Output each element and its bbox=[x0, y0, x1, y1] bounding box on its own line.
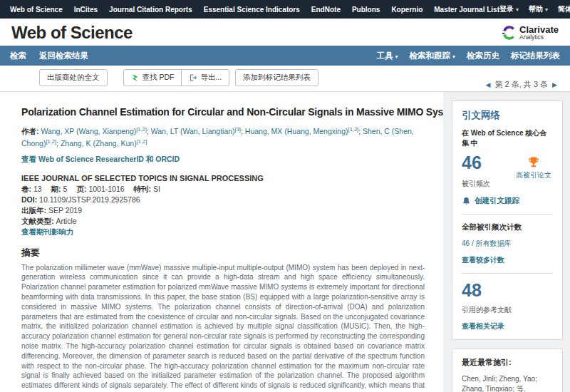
researcher-id-link[interactable]: 查看 Web of Science ResearcherID 和 ORCID bbox=[21, 155, 180, 163]
author-link[interactable]: Wan, LT (Wan, Liangtian) bbox=[151, 127, 235, 135]
help-menu[interactable]: 帮助▾ bbox=[529, 4, 548, 14]
divider bbox=[462, 214, 553, 215]
author-affiliation-sup[interactable]: [1,2] bbox=[137, 138, 147, 144]
doi-line: DOI: 10.1109/JSTSP.2019.2925786 bbox=[21, 195, 425, 205]
citation-network-box: 引文网络 在 Web of Science 核心合集 中 46 被引频次 高被引… bbox=[452, 100, 563, 340]
volume-field: 卷:13 bbox=[21, 185, 42, 193]
product-nav-bar: Web of ScienceInCitesJournal Citation Re… bbox=[0, 0, 570, 19]
author-link[interactable]: Huang, MX (Huang, Mengxing) bbox=[245, 127, 348, 135]
create-citation-alert-link[interactable]: 创建引文跟踪 bbox=[475, 196, 519, 206]
content: Polarization Channel Estimation for Circ… bbox=[0, 91, 570, 392]
journal-impact-line: 查看期刊影响力 bbox=[21, 227, 425, 237]
article-record: Polarization Channel Estimation for Circ… bbox=[0, 92, 443, 392]
authors-list: Wang, XP (Wang, Xianpeng)[1,2]; Wan, LT … bbox=[21, 127, 414, 148]
create-citation-alert-row[interactable]: 创建引文跟踪 bbox=[462, 196, 553, 206]
clarivate-brand: Clarivate Analytics bbox=[502, 25, 559, 41]
cited-references-label: 引用的参考文献 bbox=[462, 305, 553, 315]
product-nav-link[interactable]: Essential Science Indicators bbox=[204, 6, 300, 14]
product-nav-link[interactable]: Kopernio bbox=[391, 6, 423, 14]
pub-year-value: SEP 2019 bbox=[48, 206, 82, 215]
product-nav-links: Web of ScienceInCitesJournal Citation Re… bbox=[10, 6, 499, 14]
citation-network-heading: 引文网络 bbox=[462, 109, 553, 122]
chevron-down-icon: ▾ bbox=[545, 6, 548, 13]
author: Huang, MX (Huang, Mengxing)[1,2]; bbox=[245, 127, 363, 135]
chevron-down-icon: ▾ bbox=[516, 6, 519, 13]
recent-citations-box: 最近最常施引: Chen, Jinli; Zheng, Yao; Zhang, … bbox=[452, 349, 563, 392]
export-button[interactable]: 导出... bbox=[181, 69, 229, 86]
nav-marked-list[interactable]: 标记结果列表 bbox=[511, 51, 560, 61]
times-cited-block: 46 被引频次 bbox=[462, 154, 490, 189]
pages-field: 页:1001-1016 bbox=[76, 185, 124, 193]
brand-subtitle: Analytics bbox=[519, 34, 559, 41]
chevron-down-icon: ▾ bbox=[395, 53, 398, 60]
product-nav-link[interactable]: Web of Science bbox=[10, 6, 63, 14]
author: Wang, XP (Wang, Xianpeng)[1,2]; bbox=[41, 127, 150, 135]
doc-type-line: 文献类型: Article bbox=[21, 216, 425, 227]
author-affiliation-sup[interactable]: [1,2] bbox=[46, 138, 56, 144]
author: Wan, LT (Wan, Liangtian)[3]; bbox=[151, 127, 245, 135]
brand-text: Clarivate Analytics bbox=[519, 25, 559, 41]
citing-article-authors: Chen, Jinli; Zheng, Yao; Zhang, Tingxiao… bbox=[462, 375, 537, 392]
divider bbox=[462, 273, 553, 274]
abstract-text: The polarization millimeter wave (mmWave… bbox=[21, 263, 425, 392]
nav-back-to-results[interactable]: 返回检索结果 bbox=[39, 51, 88, 61]
search-nav-left: 检索 返回检索结果 bbox=[10, 51, 88, 61]
product-nav-link[interactable]: Publons bbox=[352, 6, 380, 14]
bell-icon bbox=[462, 197, 471, 206]
search-nav-bar: 检索 返回检索结果 工具▾ 检索和跟踪▾ 检索历史 标记结果列表 bbox=[0, 46, 570, 66]
view-more-counts-link[interactable]: 查看较多计数 bbox=[462, 256, 504, 264]
pagination-text: 第 2 条, 共 3 条 bbox=[495, 79, 549, 90]
doi-value: 10.1109/JSTSP.2019.2925786 bbox=[39, 195, 140, 204]
view-more-counts-line: 查看较多计数 bbox=[462, 255, 553, 265]
product-nav-link[interactable]: EndNote bbox=[311, 6, 341, 14]
nav-searches-alerts-menu[interactable]: 检索和跟踪▾ bbox=[409, 51, 455, 61]
sign-in-menu[interactable]: 登录▾ bbox=[499, 4, 519, 14]
authors-line: 作者: Wang, XP (Wang, Xianpeng)[1,2]; Wan,… bbox=[21, 125, 425, 150]
special-issue-field: 特刊:SI bbox=[134, 185, 160, 193]
find-pdf-button[interactable]: 查找 PDF bbox=[123, 69, 182, 86]
cited-references-count[interactable]: 48 bbox=[462, 282, 553, 299]
journal-block: IEEE JOURNAL OF SELECTED TOPICS IN SIGNA… bbox=[21, 173, 425, 237]
next-record-icon[interactable]: ▶ bbox=[552, 81, 557, 88]
times-cited-label: 被引频次 bbox=[462, 179, 490, 189]
export-icon bbox=[189, 73, 197, 82]
related-records-line: 查看相关记录 bbox=[462, 321, 553, 331]
related-records-link[interactable]: 查看相关记录 bbox=[462, 322, 504, 330]
recent-citations-heading: 最近最常施引: bbox=[462, 357, 553, 368]
pub-year-line: 出版年: SEP 2019 bbox=[21, 205, 425, 216]
author-affiliation-sup[interactable]: [1,2] bbox=[136, 125, 147, 132]
export-button-group: 查找 PDF 导出... bbox=[123, 69, 230, 86]
language-menu[interactable]: 简体中文▾ bbox=[558, 4, 570, 14]
wos-logo[interactable]: Web of Science bbox=[11, 23, 133, 43]
author-link[interactable]: Zhang, K (Zhang, Kun) bbox=[61, 139, 137, 148]
citing-article: Chen, Jinli; Zheng, Yao; Zhang, Tingxiao… bbox=[462, 374, 553, 392]
nav-search-history[interactable]: 检索历史 bbox=[467, 51, 499, 61]
nav-tools-menu[interactable]: 工具▾ bbox=[376, 51, 398, 61]
product-nav-link[interactable]: Master Journal List bbox=[434, 6, 499, 14]
author: Zhang, K (Zhang, Kun)[1,2] bbox=[61, 139, 147, 148]
article-title: Polarization Channel Estimation for Circ… bbox=[21, 106, 425, 118]
full-text-publisher-button[interactable]: 出版商处的全文 bbox=[39, 69, 108, 86]
product-nav-link[interactable]: Journal Citation Reports bbox=[109, 6, 192, 14]
account-nav: 登录▾ 帮助▾ 简体中文▾ bbox=[499, 4, 570, 14]
abstract-heading: 摘要 bbox=[21, 247, 425, 259]
clarivate-logo-icon bbox=[502, 26, 516, 40]
add-to-marked-list-button[interactable]: 添加到标记结果列表 bbox=[235, 69, 318, 86]
times-cited-row: 46 被引频次 高被引论文 bbox=[462, 154, 553, 189]
all-times-cited-heading: 全部被引频次计数 bbox=[462, 222, 553, 232]
previous-record-icon[interactable]: ◀ bbox=[486, 81, 491, 88]
journal-impact-link[interactable]: 查看期刊影响力 bbox=[21, 227, 74, 236]
highly-cited-link[interactable]: 高被引论文 bbox=[516, 170, 551, 180]
nav-search[interactable]: 检索 bbox=[10, 51, 26, 61]
product-nav-link[interactable]: InCites bbox=[74, 6, 98, 14]
doc-type-value: Article bbox=[56, 217, 76, 225]
toolbar: 出版商处的全文 查找 PDF 导出... 添加到标记结果列表 ◀ 第 2 条, … bbox=[0, 66, 570, 91]
kopernio-pdf-icon bbox=[131, 73, 140, 82]
sidebar: 引文网络 在 Web of Science 核心合集 中 46 被引频次 高被引… bbox=[443, 92, 570, 392]
web-of-science-page: Web of ScienceInCitesJournal Citation Re… bbox=[0, 0, 570, 392]
author-link[interactable]: Wang, XP (Wang, Xianpeng) bbox=[41, 127, 136, 135]
all-databases-link[interactable]: 46 / 所有数据库 bbox=[462, 239, 511, 247]
author-affiliation-sup[interactable]: [1,2] bbox=[348, 125, 359, 132]
times-cited-count[interactable]: 46 bbox=[462, 154, 490, 172]
author-affiliation-sup[interactable]: [3] bbox=[235, 125, 241, 132]
